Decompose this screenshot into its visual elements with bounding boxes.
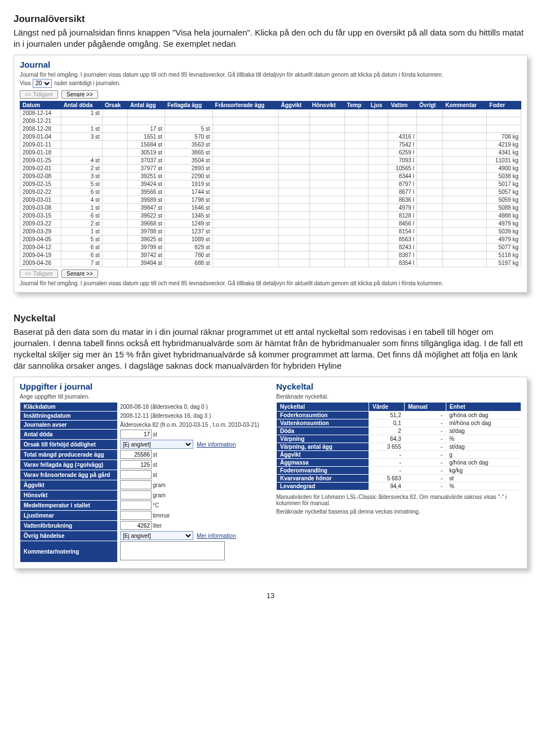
journal-col: Övrigt <box>416 101 442 109</box>
form-select[interactable]: [Ej angivet] <box>120 531 193 540</box>
nyc-label: Foderomvandling <box>277 466 369 474</box>
form-value-cell: Åldersvecka 82 (fr.o.m. 2010-03-15 , t.o… <box>118 420 265 429</box>
table-cell: 570 st <box>165 132 212 140</box>
table-cell <box>344 227 368 235</box>
form-input[interactable] <box>120 460 152 469</box>
nyc-col: Värde <box>369 402 404 411</box>
table-cell <box>102 156 127 164</box>
table-cell <box>102 227 127 235</box>
nyc-row: Kvarvarande hönor5 683-st <box>277 474 521 482</box>
form-input[interactable] <box>120 430 152 439</box>
more-info-link[interactable]: Mer information <box>197 533 236 539</box>
nyc-value: 51,2 <box>369 411 404 419</box>
table-cell <box>278 251 309 259</box>
table-cell: 3 st <box>61 132 102 140</box>
form-row: Varav fellagda ägg (=golvägg)st <box>20 459 265 470</box>
table-cell <box>278 259 309 267</box>
form-select[interactable]: [Ej angivet] <box>120 440 193 449</box>
table-cell <box>443 117 487 125</box>
form-value-cell <box>118 541 265 562</box>
table-cell: 6 st <box>61 188 102 196</box>
table-cell <box>416 259 442 267</box>
table-cell <box>416 204 442 211</box>
table-cell <box>212 117 278 125</box>
table-cell: 4 st <box>61 156 102 164</box>
prev-button-top[interactable]: << Tidigare <box>20 90 58 99</box>
table-cell <box>309 109 344 117</box>
prev-button-bottom[interactable]: << Tidigare <box>20 269 58 278</box>
table-cell <box>443 251 487 259</box>
form-row: Varav frånsorterade ägg på gårdst <box>20 470 265 480</box>
table-cell <box>278 196 309 204</box>
table-cell <box>416 227 442 235</box>
table-cell: 39799 st <box>128 243 165 251</box>
table-cell: 8344 l <box>388 172 416 180</box>
table-cell <box>102 109 127 117</box>
table-cell <box>309 204 344 211</box>
table-cell: 39788 st <box>128 227 165 235</box>
table-cell <box>443 132 487 140</box>
table-cell <box>344 156 368 164</box>
form-label: Ljustimmar <box>20 510 118 520</box>
table-cell: 39494 st <box>128 259 165 267</box>
table-cell <box>368 259 388 267</box>
form-input[interactable] <box>120 490 152 499</box>
table-cell: 1651 st <box>128 132 165 140</box>
table-cell: 5057 kg <box>487 188 521 196</box>
form-value-cell: [Ej angivet]Mer information <box>118 439 265 449</box>
table-cell <box>344 188 368 196</box>
form-input[interactable] <box>120 511 152 520</box>
table-cell: 6 st <box>61 211 102 219</box>
table-cell <box>344 148 368 156</box>
nyc-unit: g/höna och dag <box>446 411 521 419</box>
visa-rows-select[interactable]: 20 <box>33 79 52 88</box>
table-cell <box>416 156 442 164</box>
table-cell <box>416 188 442 196</box>
table-cell: 2009-03-22 <box>20 219 61 227</box>
table-cell: 39689 st <box>128 196 165 204</box>
nyc-unit: ml/höna och dag <box>446 419 521 427</box>
form-input[interactable] <box>120 521 152 530</box>
nyc-row: Värpning64,3-% <box>277 435 521 443</box>
more-info-link[interactable]: Mer information <box>197 441 236 448</box>
next-button-top[interactable]: Senare >> <box>61 90 98 99</box>
nyc-row: Foderkonsumtion51,2-g/höna och dag <box>277 411 521 419</box>
form-input[interactable] <box>120 470 152 479</box>
table-cell <box>309 172 344 180</box>
table-cell: 1 st <box>61 109 102 117</box>
table-cell: 2009-01-25 <box>20 156 61 164</box>
form-input[interactable] <box>120 501 152 510</box>
table-cell <box>102 196 127 204</box>
unit-label: gram <box>153 482 166 488</box>
table-cell <box>443 140 487 148</box>
table-cell: 8354 l <box>388 259 416 267</box>
table-cell <box>309 235 344 243</box>
table-cell <box>309 196 344 204</box>
nyc-row: Äggmassa--g/höna och dag <box>277 458 521 466</box>
table-row: 2009-04-126 st39799 st829 st8243 l5077 k… <box>20 243 521 251</box>
nyc-value: - <box>369 466 404 474</box>
table-cell <box>368 227 388 235</box>
table-cell: 37977 st <box>128 164 165 172</box>
comment-textarea[interactable] <box>120 541 225 560</box>
table-cell: 688 st <box>165 259 212 267</box>
form-title: Uppgifter i journal <box>20 382 265 391</box>
table-cell <box>344 259 368 267</box>
table-cell <box>344 196 368 204</box>
table-cell <box>443 196 487 204</box>
table-cell <box>278 172 309 180</box>
table-cell <box>212 132 278 140</box>
form-input[interactable] <box>120 480 152 489</box>
table-cell <box>368 125 388 132</box>
form-input[interactable] <box>120 450 152 459</box>
table-cell <box>309 227 344 235</box>
nyc-manual: - <box>405 466 446 474</box>
table-cell: 6 st <box>61 251 102 259</box>
table-cell: 3 st <box>61 172 102 180</box>
nyc-unit: g/höna och dag <box>446 458 521 466</box>
next-button-bottom[interactable]: Senare >> <box>61 269 98 278</box>
journal-table: DatumAntal dödaOrsakAntal äggFellagda äg… <box>20 101 521 267</box>
table-cell: 10565 l <box>388 164 416 172</box>
nyc-label: Värpning, antal ägg <box>277 443 369 450</box>
table-cell: 37037 st <box>128 156 165 164</box>
